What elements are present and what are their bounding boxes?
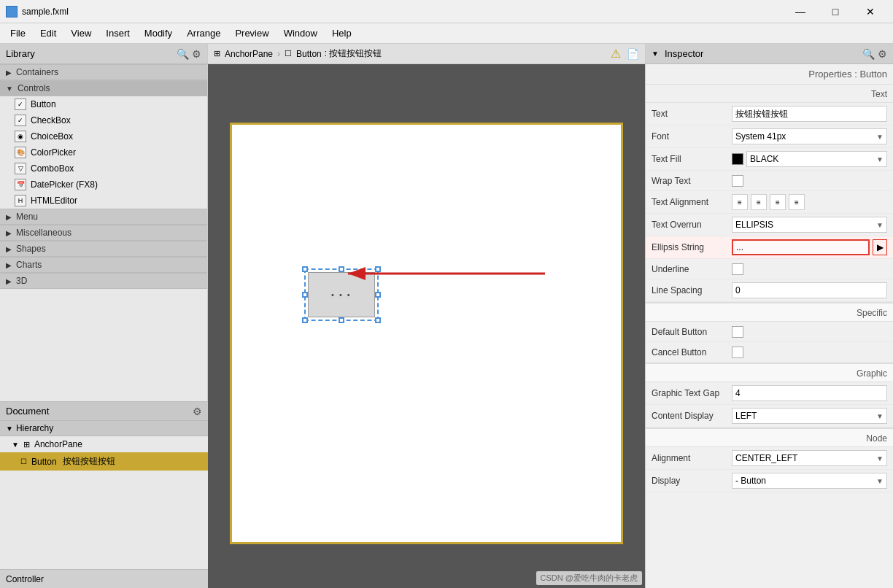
library-item-datepicker[interactable]: 📅 DatePicker (FX8) xyxy=(0,177,207,193)
menu-preview[interactable]: Preview xyxy=(228,25,276,42)
title-bar-controls: — □ ✕ xyxy=(784,0,887,23)
breadcrumb-button[interactable]: ☐ Button : 按钮按钮按钮 xyxy=(285,47,382,60)
library-item-combobox[interactable]: ▽ ComboBox xyxy=(0,160,207,177)
menu-arrange[interactable]: Arrange xyxy=(179,25,228,42)
anchor-pane-label: AnchorPane xyxy=(34,439,82,449)
handle-ml xyxy=(302,292,308,298)
linespacing-input[interactable] xyxy=(732,282,887,298)
section-misc[interactable]: ▶ Miscellaneous xyxy=(0,225,207,241)
contentdisplay-dropdown-text: LEFT xyxy=(735,411,757,421)
document-settings-icon[interactable]: ⚙ xyxy=(193,406,202,417)
inspector-subtitle-text: Properties : Button xyxy=(808,69,887,80)
canvas-toolbar: ⊞ AnchorPane › ☐ Button : 按钮按钮按钮 ⚠ 📄 xyxy=(208,44,645,64)
left-panel: Library 🔍 ⚙ ▶ Containers ▼ Controls xyxy=(0,44,208,401)
prop-text-row: Text xyxy=(646,103,893,125)
left-panel-wrapper: Library 🔍 ⚙ ▶ Containers ▼ Controls xyxy=(0,44,208,588)
graphictextgap-input[interactable] xyxy=(732,385,887,401)
window-title: sample.fxml xyxy=(22,7,69,17)
prop-textalign-label: Text Alignment xyxy=(652,197,732,207)
display-label: Display xyxy=(652,476,732,486)
library-item-colorpicker[interactable]: 🎨 ColorPicker xyxy=(0,144,207,160)
prop-alignment-label: Alignment xyxy=(652,453,732,463)
minimize-button[interactable]: — xyxy=(784,0,817,23)
display-dropdown-text: - Button xyxy=(735,476,766,486)
button-tree-label: Button xyxy=(31,457,57,467)
section-containers[interactable]: ▶ Containers xyxy=(0,64,207,80)
ellipsis-expand-btn[interactable]: ▶ xyxy=(873,239,887,255)
hierarchy-arrow: ▼ xyxy=(6,425,13,433)
font-dropdown[interactable]: System 41px ▼ xyxy=(732,128,887,144)
main-layout: Library 🔍 ⚙ ▶ Containers ▼ Controls xyxy=(0,44,893,588)
align-center-btn[interactable]: ≡ xyxy=(751,194,767,210)
charts-arrow: ▶ xyxy=(6,261,12,269)
menu-file[interactable]: File xyxy=(3,25,33,42)
section-shapes[interactable]: ▶ Shapes xyxy=(0,241,207,257)
text-input[interactable] xyxy=(732,106,887,122)
wraptext-checkbox[interactable] xyxy=(732,175,743,187)
prop-cancelbtn-row: Cancel Button xyxy=(646,342,893,363)
section-controls[interactable]: ▼ Controls xyxy=(0,80,207,96)
shapes-arrow: ▶ xyxy=(6,245,12,253)
inspector-search-icon[interactable]: 🔍 xyxy=(862,48,875,60)
textfill-dropdown[interactable]: BLACK ▼ xyxy=(746,151,887,167)
menu-window[interactable]: Window xyxy=(277,25,325,42)
3d-arrow: ▶ xyxy=(6,277,12,285)
close-button[interactable]: ✕ xyxy=(854,0,887,23)
hierarchy-header: ▼ Hierarchy xyxy=(0,421,208,436)
prop-ellipsis-value: ▶ xyxy=(732,239,887,255)
textoverrun-dropdown[interactable]: ELLIPSIS ▼ xyxy=(732,217,887,233)
canvas-doc-icon[interactable]: 📄 xyxy=(627,48,639,60)
menu-modify[interactable]: Modify xyxy=(137,25,179,42)
prop-textfill-value: BLACK ▼ xyxy=(732,151,887,167)
maximize-button[interactable]: □ xyxy=(819,0,852,23)
inspector-settings-icon[interactable]: ⚙ xyxy=(878,48,887,60)
menu-insert[interactable]: Insert xyxy=(98,25,137,42)
canvas-arrow xyxy=(341,263,560,285)
prop-underline-row: Underline xyxy=(646,259,893,279)
prop-contentdisplay-value: LEFT ▼ xyxy=(732,408,887,424)
tree-anchor-pane[interactable]: ▼ ⊞ AnchorPane xyxy=(0,436,208,452)
section-menu[interactable]: ▶ Menu xyxy=(0,209,207,225)
hierarchy-label: Hierarchy xyxy=(16,423,53,433)
inspector-collapse-arrow[interactable]: ▼ xyxy=(652,50,662,58)
tree-expand-icon: ▼ xyxy=(12,441,19,449)
handle-tl xyxy=(302,266,308,272)
menu-edit[interactable]: Edit xyxy=(33,25,63,42)
breadcrumb-anchorpane[interactable]: ⊞ AnchorPane xyxy=(214,49,273,59)
controls-arrow: ▼ xyxy=(6,85,13,93)
tree-button[interactable]: ☐ Button 按钮按钮按钮 xyxy=(0,452,208,471)
anchorpane-breadcrumb-icon: ⊞ xyxy=(214,49,220,58)
library-item-htmleditor[interactable]: H HTMLEditor xyxy=(0,193,207,209)
prop-ellipsis-label: Ellipsis String xyxy=(652,242,732,252)
display-dropdown[interactable]: - Button ▼ xyxy=(732,473,887,489)
prop-wraptext-label: Wrap Text xyxy=(652,176,732,186)
watermark: CSDN @爱吃牛肉的卡老虎 xyxy=(536,571,642,585)
align-right-btn[interactable]: ≡ xyxy=(770,194,786,210)
library-item-choicebox[interactable]: ◉ ChoiceBox xyxy=(0,128,207,144)
menu-help[interactable]: Help xyxy=(325,25,359,42)
datepicker-item-icon: 📅 xyxy=(15,179,26,190)
cancelbtn-checkbox[interactable] xyxy=(732,347,743,358)
library-item-checkbox[interactable]: ✓ CheckBox xyxy=(0,112,207,128)
more-props-row: Display - Button ▼ xyxy=(646,470,893,492)
align-justify-btn[interactable]: ≡ xyxy=(789,194,805,210)
alignment-dropdown[interactable]: CENTER_LEFT ▼ xyxy=(732,450,887,466)
library-search-icon[interactable]: 🔍 xyxy=(177,48,189,60)
prop-alignment-row: Alignment CENTER_LEFT ▼ xyxy=(646,447,893,470)
contentdisplay-dropdown[interactable]: LEFT ▼ xyxy=(732,408,887,424)
library-item-button[interactable]: ✓ Button xyxy=(0,96,207,112)
textfill-dropdown-text: BLACK xyxy=(750,154,778,164)
align-left-btn[interactable]: ≡ xyxy=(732,194,748,210)
underline-checkbox[interactable] xyxy=(732,263,743,275)
htmleditor-item-icon: H xyxy=(15,195,26,206)
textfill-color-box[interactable] xyxy=(732,153,743,165)
font-dropdown-arrow: ▼ xyxy=(876,133,884,141)
handle-br xyxy=(375,317,381,323)
menu-view[interactable]: View xyxy=(63,25,98,42)
canvas-area[interactable]: • • • CSDN @爱吃牛肉的卡老虎 xyxy=(208,64,645,588)
defaultbtn-checkbox[interactable] xyxy=(732,326,743,338)
section-charts[interactable]: ▶ Charts xyxy=(0,257,207,273)
section-3d[interactable]: ▶ 3D xyxy=(0,273,207,289)
library-settings-icon[interactable]: ⚙ xyxy=(192,48,201,60)
ellipsis-input[interactable] xyxy=(732,239,870,255)
